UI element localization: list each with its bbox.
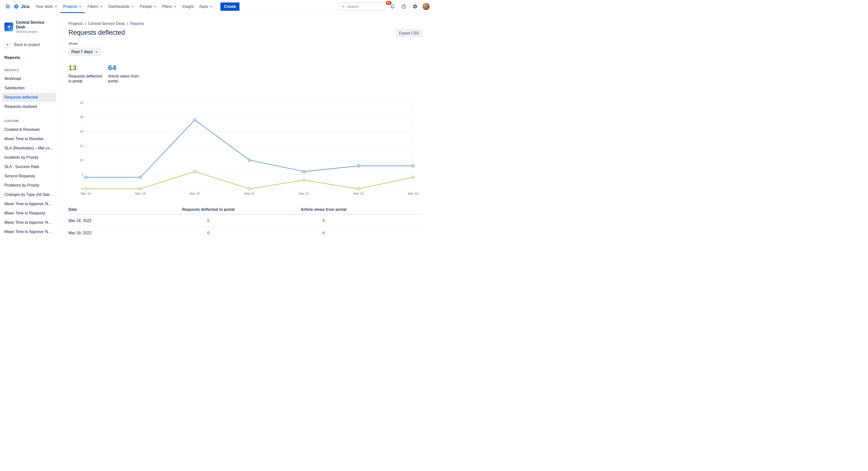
stat-article-views: 64 Article views from portal	[108, 64, 145, 84]
nav-item-dashboards[interactable]: Dashboards	[106, 0, 137, 13]
jira-logo-icon	[13, 3, 19, 9]
sidebar-item-mean-time-to-respond[interactable]: Mean Time to Respond	[2, 209, 56, 218]
search-icon	[341, 4, 345, 8]
sidebar-item-workload[interactable]: Workload	[2, 75, 56, 83]
sidebar-item-service-requests[interactable]: Service Requests	[2, 172, 56, 180]
cell-date: Mar 18, 2022	[68, 218, 146, 223]
sidebar-item-mean-time-approve-1[interactable]: Mean Time to Approve 'Norm...	[2, 200, 56, 208]
stat-value: 64	[108, 64, 145, 72]
stat-label: Requests deflected in portal	[68, 74, 103, 84]
nav-item-projects[interactable]: Projects	[60, 0, 85, 13]
project-type: Service project	[16, 30, 54, 33]
sidebar-item-mean-time-to-resolve[interactable]: Mean Time to Resolve	[2, 135, 56, 143]
project-name: Central Service Desk	[16, 20, 54, 29]
chevron-down-icon	[95, 50, 98, 54]
svg-text:30: 30	[80, 101, 83, 105]
nav-item-label: People	[140, 4, 152, 9]
nav-item-insight[interactable]: Insight	[180, 0, 196, 13]
help-icon	[401, 4, 406, 9]
help-button[interactable]	[400, 3, 407, 10]
nav-item-label: Dashboards	[108, 4, 129, 9]
requests-deflected-chart: 051015202530Mar 18Mar 19Mar 20Mar 21Mar …	[68, 101, 423, 199]
sidebar-item-created-resolved[interactable]: Created & Resolved	[2, 125, 56, 134]
nav-item-plans[interactable]: Plans	[160, 0, 180, 13]
chevron-down-icon	[209, 5, 213, 8]
chevron-down-icon	[131, 5, 134, 8]
breadcrumb-separator: /	[85, 22, 86, 26]
nav-item-filters[interactable]: Filters	[85, 0, 106, 13]
sidebar-item-requests-deflected[interactable]: Requests deflected	[2, 93, 56, 102]
nav-item-label: Plans	[162, 4, 172, 9]
sidebar-item-sla-success-rate[interactable]: SLA - Success Rate	[2, 163, 56, 171]
breadcrumb: Projects / Central Service Desk / Report…	[68, 22, 423, 26]
stat-label: Article views from portal	[108, 74, 142, 84]
export-csv-button[interactable]: Export CSV	[395, 29, 423, 38]
breadcrumb-reports[interactable]: Reports	[130, 22, 144, 26]
nav-item-your-work[interactable]: Your work	[33, 0, 61, 13]
table-row: Mar 19, 2022 0 4	[68, 227, 423, 235]
notification-badge: 9+	[386, 1, 392, 5]
table-row: Mar 18, 2022 0 4	[68, 215, 423, 227]
gear-icon	[412, 4, 417, 9]
main-content: Projects / Central Service Desk / Report…	[58, 13, 434, 235]
chevron-down-icon	[54, 5, 58, 8]
chevron-down-icon	[99, 5, 103, 8]
jira-logo[interactable]: Jira	[13, 3, 30, 9]
svg-text:Mar 18: Mar 18	[81, 192, 91, 196]
back-to-project[interactable]: Back to project	[2, 41, 56, 48]
stat-value: 13	[68, 64, 105, 72]
sidebar-item-incidents-by-priority[interactable]: Incidents by Priority	[2, 153, 56, 162]
user-avatar[interactable]	[423, 3, 430, 10]
svg-text:5: 5	[82, 173, 83, 176]
stat-requests-deflected: 13 Requests deflected in portal	[68, 64, 105, 84]
svg-text:Mar 20: Mar 20	[190, 192, 200, 196]
column-header-deflected: Requests deflected in portal	[146, 207, 271, 212]
search-box[interactable]	[338, 2, 385, 11]
data-table: Date Requests deflected in portal Articl…	[68, 205, 423, 235]
top-nav: Jira Your work Projects Filters Dashboar…	[0, 0, 434, 13]
search-input[interactable]	[347, 4, 382, 8]
sidebar-item-sla-resolution[interactable]: SLA (Resolution) – Met vs Bre...	[2, 144, 56, 153]
svg-text:20: 20	[80, 129, 83, 133]
project-header: Central Service Desk Service project	[2, 20, 56, 33]
cell-deflected-link[interactable]: 0	[207, 231, 210, 235]
chevron-down-icon	[79, 5, 82, 8]
nav-item-label: Filters	[88, 4, 98, 9]
stats-row: 13 Requests deflected in portal 64 Artic…	[68, 64, 423, 84]
period-dropdown[interactable]: Past 7 days	[68, 48, 101, 56]
svg-text:10: 10	[80, 158, 83, 162]
svg-text:15: 15	[80, 144, 83, 148]
cell-date: Mar 19, 2022	[68, 231, 146, 235]
breadcrumb-project[interactable]: Central Service Desk	[88, 22, 125, 26]
breadcrumb-projects[interactable]: Projects	[68, 22, 83, 26]
sidebar-item-mean-time-approve-2[interactable]: Mean Time to Approve 'Norm...	[2, 218, 56, 227]
page-title: Requests deflected	[68, 29, 125, 36]
notifications-button[interactable]: 9+	[389, 3, 396, 10]
back-arrow-icon	[4, 41, 11, 48]
sidebar-item-changes-by-type[interactable]: Changes by Type (All Statuses)	[2, 190, 56, 199]
sidebar-item-mean-time-approve-3[interactable]: Mean Time to Approve 'Norm...	[2, 228, 56, 235]
app-switcher-icon[interactable]	[3, 2, 12, 11]
cell-views-link[interactable]: 4	[322, 218, 325, 223]
nav-item-people[interactable]: People	[137, 0, 160, 13]
sidebar-item-requests-resolved[interactable]: Requests resolved	[2, 102, 56, 111]
svg-text:Mar 21: Mar 21	[244, 192, 254, 196]
settings-button[interactable]	[411, 3, 418, 10]
svg-text:25: 25	[80, 115, 83, 119]
table-header-row: Date Requests deflected in portal Articl…	[68, 205, 423, 215]
chevron-down-icon	[153, 5, 157, 8]
sidebar-item-problems-by-priority[interactable]: Problems by Priority	[2, 181, 56, 190]
cell-views-link[interactable]: 4	[322, 231, 325, 235]
show-label: Show	[68, 41, 423, 46]
jira-logo-text: Jira	[21, 4, 30, 9]
sidebar-item-satisfaction[interactable]: Satisfaction	[2, 84, 56, 92]
cell-deflected-link[interactable]: 0	[207, 218, 210, 223]
group-title-default: DEFAULT	[2, 68, 56, 72]
nav-item-label: Projects	[63, 4, 77, 9]
svg-text:Mar 24: Mar 24	[408, 192, 418, 196]
create-button[interactable]: Create	[220, 2, 240, 11]
nav-item-apps[interactable]: Apps	[196, 0, 216, 13]
svg-text:Mar 23: Mar 23	[353, 192, 364, 196]
breadcrumb-separator: /	[127, 22, 128, 26]
project-avatar-icon	[4, 23, 13, 31]
